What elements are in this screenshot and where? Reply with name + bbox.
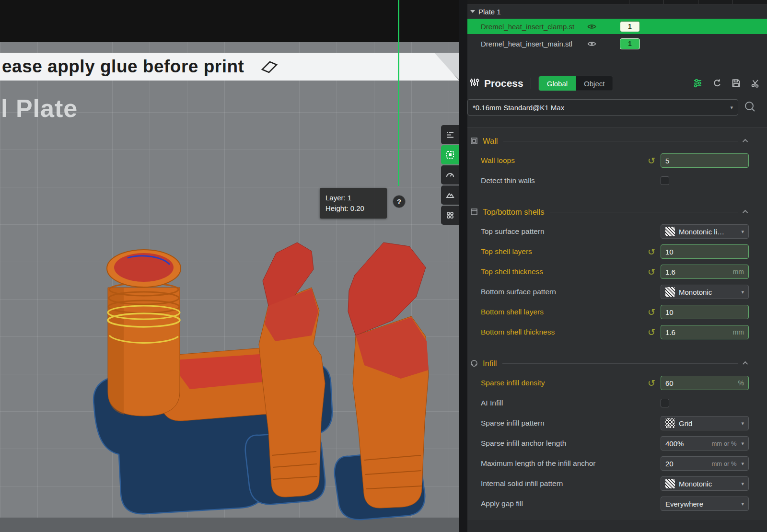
row-top-shell-thickness: Top shell thickness ↺ 1.6 mm <box>467 262 767 282</box>
row-sparse-infill-density: Sparse infill density ↺ 60 % <box>467 373 767 393</box>
chevron-down-icon: ▾ <box>741 229 744 234</box>
panel-gutter <box>459 0 467 532</box>
pattern-swatch-icon <box>665 287 675 297</box>
layers-list-icon[interactable] <box>441 125 459 144</box>
bottom-surface-pattern-select[interactable]: Monotonic ▾ <box>661 285 749 299</box>
layer-tooltip: Layer: 1 Height: 0.20 <box>320 188 387 219</box>
chevron-down-icon: ▾ <box>741 421 744 426</box>
preset-dropdown[interactable]: *0.16mm Standard@K1 Max ▾ <box>467 99 738 116</box>
setting-label: Maximum length of the infill anchor <box>481 459 646 468</box>
scissors-icon[interactable] <box>750 78 760 88</box>
section-rule <box>503 141 738 141</box>
command-clover-icon[interactable] <box>441 206 459 225</box>
reset-icon[interactable]: ↺ <box>646 308 657 317</box>
settings-panel: Wall Wall loops ↺ 5 Detect thin walls <box>467 127 767 520</box>
section-shells: Top/bottom shells <box>467 202 767 221</box>
preset-row: *0.16mm Standard@K1 Max ▾ <box>467 99 767 116</box>
preview-mode-icon[interactable] <box>441 145 459 164</box>
reset-icon[interactable]: ↺ <box>646 379 657 388</box>
section-wall: Wall <box>467 131 767 150</box>
section-title: Infill <box>483 359 497 368</box>
row-top-surface-pattern: Top surface pattern Monotonic li… ▾ <box>467 221 767 242</box>
top-surface-pattern-select[interactable]: Monotonic li… ▾ <box>661 224 749 239</box>
object-name: Dremel_heat_insert_clamp.st <box>481 23 585 31</box>
object-count-badge: 1 <box>620 21 640 32</box>
reset-icon[interactable]: ↺ <box>646 328 657 337</box>
setting-label: Sparse infill density <box>481 379 646 387</box>
layer-tooltip-height: Height: 0.20 <box>325 203 381 214</box>
chevron-down-icon: ▾ <box>741 501 744 507</box>
plate-group-label: Plate 1 <box>478 8 501 16</box>
collapse-caret-icon[interactable] <box>743 361 748 367</box>
pattern-swatch-icon <box>665 479 675 488</box>
save-icon[interactable] <box>731 78 741 88</box>
row-top-shell-layers: Top shell layers ↺ 10 <box>467 242 767 262</box>
top-shell-thickness-input[interactable]: 1.6 mm <box>661 265 749 279</box>
setting-label: Top shell thickness <box>481 267 646 276</box>
pattern-swatch-icon <box>665 227 675 236</box>
wall-icon <box>470 137 478 145</box>
refresh-icon[interactable] <box>712 78 722 88</box>
advanced-filter-icon[interactable] <box>693 78 703 88</box>
row-wall-loops: Wall loops ↺ 5 <box>467 150 767 171</box>
visibility-eye-icon[interactable] <box>587 23 599 30</box>
help-icon[interactable]: ? <box>393 195 406 208</box>
object-row-clamp[interactable]: Dremel_heat_insert_clamp.st 1 <box>467 19 767 34</box>
object-count-badge: 1 <box>620 38 640 49</box>
sparse-infill-anchor-length-input[interactable]: 400% mm or % ▾ <box>661 436 749 451</box>
reset-icon[interactable]: ↺ <box>646 156 657 165</box>
sparse-infill-pattern-select[interactable]: Grid ▾ <box>661 416 749 430</box>
preset-name: *0.16mm Standard@K1 Max <box>473 104 730 112</box>
pattern-swatch-icon <box>665 418 675 428</box>
right-panel: Plate 1 Dremel_heat_insert_clamp.st 1 Dr… <box>459 0 767 532</box>
speed-gauge-icon[interactable] <box>441 165 459 185</box>
setting-label: Wall loops <box>481 156 646 165</box>
row-bottom-shell-thickness: Bottom shell thickness ↺ 1.6 mm <box>467 322 767 342</box>
setting-label: AI Infill <box>481 399 646 407</box>
setting-label: Top surface pattern <box>481 227 646 236</box>
infill-icon <box>470 359 478 367</box>
ai-infill-checkbox[interactable] <box>661 399 669 407</box>
wall-loops-input[interactable]: 5 <box>661 153 749 168</box>
chevron-down-icon: ▾ <box>741 481 744 486</box>
setting-label: Bottom surface pattern <box>481 288 646 296</box>
detect-thin-walls-checkbox[interactable] <box>661 176 669 185</box>
setting-label: Sparse infill anchor length <box>481 439 646 448</box>
first-layer-icon[interactable] <box>441 185 459 205</box>
bottom-shell-thickness-input[interactable]: 1.6 mm <box>661 325 749 339</box>
glue-warning-banner: ease apply glue before print <box>0 53 459 81</box>
max-infill-anchor-input[interactable]: 20 mm or % ▾ <box>661 456 749 471</box>
row-apply-gap-fill: Apply gap fill Everywhere ▾ <box>467 494 767 514</box>
setting-label: Internal solid infill pattern <box>481 479 646 488</box>
visibility-eye-icon[interactable] <box>587 41 599 47</box>
collapse-caret-icon[interactable] <box>743 139 748 144</box>
search-icon[interactable] <box>744 101 755 114</box>
setting-label: Top shell layers <box>481 247 646 256</box>
row-sparse-infill-anchor-length: Sparse infill anchor length 400% mm or %… <box>467 433 767 453</box>
top-shell-layers-input[interactable]: 10 <box>661 244 749 259</box>
object-row-main[interactable]: Dremel_heat_insert_main.stl 1 <box>467 36 767 51</box>
bottom-shell-layers-input[interactable]: 10 <box>661 305 749 319</box>
layer-slider-line[interactable] <box>398 0 399 186</box>
collapse-triangle-icon[interactable] <box>470 10 475 13</box>
sparse-infill-density-input[interactable]: 60 % <box>661 376 749 390</box>
section-title: Wall <box>483 137 498 146</box>
row-internal-solid-infill-pattern: Internal solid infill pattern Monotonic … <box>467 474 767 494</box>
tab-global[interactable]: Global <box>539 76 576 91</box>
row-bottom-shell-layers: Bottom shell layers ↺ 10 <box>467 302 767 322</box>
row-bottom-surface-pattern: Bottom surface pattern Monotonic ▾ <box>467 282 767 302</box>
setting-label: Apply gap fill <box>481 499 646 508</box>
reset-icon[interactable]: ↺ <box>646 247 657 256</box>
collapse-caret-icon[interactable] <box>743 210 748 215</box>
setting-label: Bottom shell thickness <box>481 328 646 336</box>
plate-group-row[interactable]: Plate 1 <box>467 4 767 19</box>
reset-icon[interactable]: ↺ <box>646 267 657 277</box>
tab-object[interactable]: Object <box>576 76 613 91</box>
internal-solid-infill-pattern-select[interactable]: Monotonic ▾ <box>661 476 749 491</box>
banner-text: ease apply glue before print <box>2 57 244 77</box>
viewport-3d[interactable]: ease apply glue before print l Plate Lay… <box>0 0 459 532</box>
chevron-down-icon: ▾ <box>730 105 733 110</box>
setting-label: Detect thin walls <box>481 176 646 185</box>
apply-gap-fill-select[interactable]: Everywhere ▾ <box>661 497 749 511</box>
process-header: Process Global Object <box>467 74 767 93</box>
